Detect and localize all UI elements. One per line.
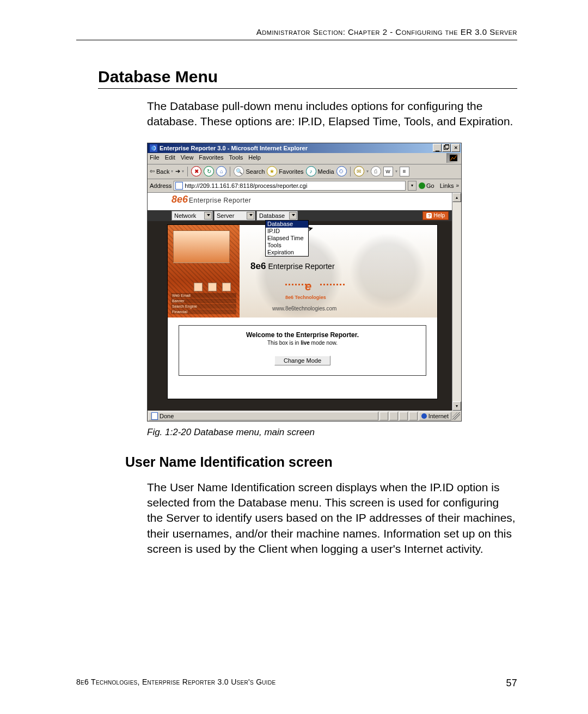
ie-viewport: 8e6Enterprise Reporter Network Server Da…	[148, 193, 461, 411]
app-toolbar: Network Server Database Help	[148, 210, 452, 221]
hero-url: www.8e6technologies.com	[272, 306, 336, 312]
scroll-up-button[interactable]: ▴	[452, 193, 461, 202]
scroll-track[interactable]	[452, 202, 461, 401]
status-slot	[379, 412, 388, 420]
ie-addressbar: Address http://209.11.161.67:8118/proces…	[148, 179, 461, 193]
restore-button[interactable]	[442, 144, 451, 152]
media-button[interactable]: ♪Media	[306, 166, 334, 176]
address-dropdown-button[interactable]: ▾	[408, 181, 416, 191]
db-option-tools[interactable]: Tools	[266, 242, 308, 249]
ie-throbber-icon	[446, 153, 460, 163]
stop-icon[interactable]: ✖	[191, 166, 201, 176]
discuss-icon[interactable]: ≡	[400, 167, 409, 176]
resize-grip-icon[interactable]	[452, 412, 460, 420]
ie-window: Enterprise Reporter 3.0 - Microsoft Inte…	[147, 143, 462, 422]
e-mark-icon: e	[305, 279, 311, 294]
db-option-database[interactable]: Database	[266, 221, 308, 228]
figure: Enterprise Reporter 3.0 - Microsoft Inte…	[147, 143, 517, 438]
hero-tech-label: 8e6 Technologies	[285, 295, 326, 300]
logo-8e6: 8e6	[171, 194, 188, 205]
database-dropdown-list[interactable]: Database IP.ID Elapsed Time Tools Expira…	[265, 220, 309, 257]
welcome-title: Welcome to the Enterprise Reporter.	[183, 331, 421, 339]
running-footer: 8e6 Technologies, Enterprise Reporter 3.…	[76, 678, 517, 689]
ie-menubar: File Edit View Favorites Tools Help	[148, 153, 461, 164]
change-mode-button[interactable]: Change Mode	[274, 356, 330, 365]
menu-edit[interactable]: Edit	[165, 154, 175, 163]
hero-brand-rest: Enterprise Reporter	[268, 262, 334, 271]
scroll-down-button[interactable]: ▾	[452, 401, 461, 411]
menu-tools[interactable]: Tools	[229, 154, 243, 163]
ie-app-icon	[150, 144, 157, 152]
app-logo: 8e6Enterprise Reporter	[148, 193, 452, 210]
menu-file[interactable]: File	[150, 154, 160, 163]
address-label: Address	[150, 182, 171, 189]
mail-icon[interactable]: ✉	[354, 166, 364, 176]
section-title: Database Menu	[98, 68, 517, 89]
database-dropdown[interactable]: Database	[256, 211, 298, 221]
menu-view[interactable]: View	[181, 154, 194, 163]
page-number: 57	[506, 678, 517, 689]
edit-docs-icon[interactable]: W	[383, 167, 393, 176]
history-icon[interactable]: ⏲	[336, 166, 347, 176]
server-dropdown[interactable]: Server	[214, 211, 255, 221]
db-option-elapsed-time[interactable]: Elapsed Time	[266, 235, 308, 242]
subsection-body: The User Name Identification screen disp…	[147, 480, 517, 557]
ie-content: 8e6Enterprise Reporter Network Server Da…	[148, 193, 452, 411]
ie-titlebar: Enterprise Reporter 3.0 - Microsoft Inte…	[148, 143, 461, 153]
window-title: Enterprise Reporter 3.0 - Microsoft Inte…	[160, 145, 433, 151]
menu-favorites[interactable]: Favorites	[199, 154, 223, 163]
help-button[interactable]: Help	[422, 211, 449, 220]
status-slot	[399, 412, 408, 420]
footer-text: 8e6 Technologies, Enterprise Reporter 3.…	[76, 678, 275, 689]
go-button[interactable]: Go	[419, 182, 434, 189]
search-button[interactable]: 🔍Search	[234, 166, 265, 176]
welcome-subtitle: This box is in live mode now.	[183, 340, 421, 346]
print-icon[interactable]: ⎙	[371, 166, 381, 176]
address-url: http://209.11.161.67:8118/process/report…	[185, 182, 307, 189]
ie-statusbar: Done Internet	[148, 411, 461, 421]
section-intro: The Database pull-down menu includes opt…	[147, 99, 517, 130]
forward-button[interactable]: ➔ ▾	[175, 168, 184, 175]
menu-help[interactable]: Help	[248, 154, 261, 163]
ie-toolbar: ⇦ Back ▾ ➔ ▾ ✖ ↻ ⌂ 🔍Search ★Favorites ♪M…	[148, 164, 461, 179]
favorites-button[interactable]: ★Favorites	[267, 166, 303, 176]
address-input[interactable]: http://209.11.161.67:8118/process/report…	[174, 181, 406, 191]
figure-caption: Fig. 1:2-20 Database menu, main screen	[147, 427, 517, 438]
hero-label: Search Engine	[171, 304, 236, 309]
refresh-icon[interactable]: ↻	[204, 166, 214, 176]
welcome-box: Welcome to the Enterprise Reporter. This…	[179, 325, 426, 376]
subsection-title: User Name Identification screen	[125, 454, 517, 470]
status-done: Done	[149, 412, 378, 420]
hero-label: Banner	[171, 298, 236, 303]
db-option-ipid[interactable]: IP.ID	[266, 228, 308, 235]
hero-label: Web Email	[171, 293, 236, 298]
hero-brand-bold: 8e6	[250, 261, 266, 271]
status-slot	[409, 412, 418, 420]
back-button[interactable]: ⇦ Back ▾	[150, 168, 173, 175]
status-slot	[389, 412, 398, 420]
home-icon[interactable]: ⌂	[216, 166, 226, 176]
logo-subtitle: Enterprise Reporter	[189, 197, 251, 204]
status-zone: Internet	[419, 412, 451, 420]
network-dropdown[interactable]: Network	[171, 211, 213, 221]
running-header: Administrator Section: Chapter 2 - Confi…	[76, 27, 517, 40]
hero-graphic: Web Email Banner Search Engine Financial	[168, 225, 240, 318]
minimize-button[interactable]	[433, 144, 442, 152]
page-icon	[175, 182, 183, 190]
db-option-expiration[interactable]: Expiration	[266, 249, 308, 256]
scrollbar[interactable]: ▴ ▾	[452, 193, 461, 411]
links-button[interactable]: Links	[440, 182, 459, 189]
hero-label: Financial	[171, 309, 236, 314]
close-button[interactable]	[451, 144, 460, 152]
